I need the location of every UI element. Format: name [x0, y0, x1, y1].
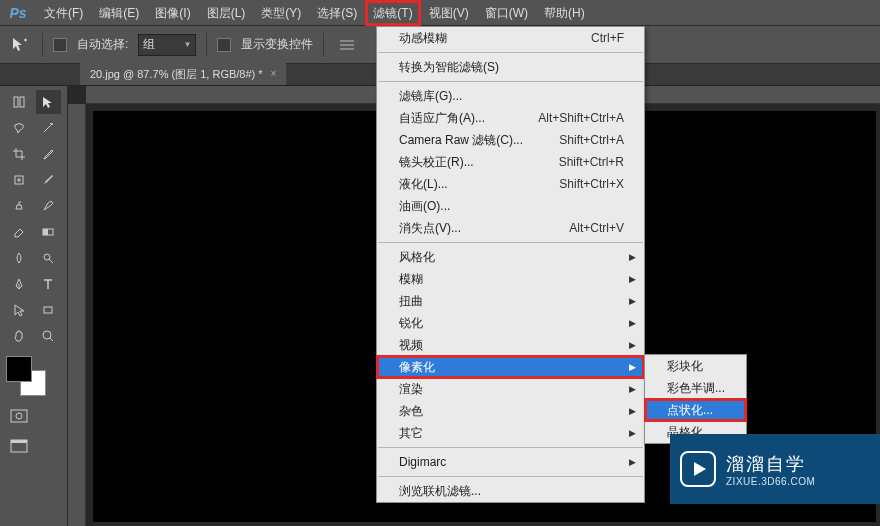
filter-menu-item[interactable]: 像素化▶	[377, 356, 644, 378]
move-tool[interactable]	[6, 90, 32, 114]
close-icon[interactable]: ×	[271, 63, 277, 85]
screen-mode-toggle[interactable]	[6, 436, 32, 456]
path-select-tool[interactable]	[6, 298, 32, 322]
submenu-arrow-icon: ▶	[629, 274, 636, 284]
lasso-tool[interactable]	[6, 116, 32, 140]
menu-item-label: 浏览联机滤镜...	[399, 483, 481, 500]
filter-menu-item[interactable]: 杂色▶	[377, 400, 644, 422]
menu-item-shortcut: Shift+Ctrl+R	[559, 155, 624, 169]
move-tool-arrow[interactable]	[36, 90, 62, 114]
menu-window[interactable]: 窗口(W)	[477, 0, 536, 26]
menu-item-label: Camera Raw 滤镜(C)...	[399, 132, 523, 149]
auto-select-checkbox[interactable]	[53, 38, 67, 52]
crop-tool[interactable]	[6, 142, 32, 166]
pixelate-submenu-item[interactable]: 点状化...	[645, 399, 746, 421]
rectangle-tool[interactable]	[36, 298, 62, 322]
filter-menu-item[interactable]: 其它▶	[377, 422, 644, 444]
menu-view[interactable]: 视图(V)	[421, 0, 477, 26]
menu-filter[interactable]: 滤镜(T)	[365, 0, 420, 26]
svg-rect-1	[340, 44, 354, 46]
auto-select-label: 自动选择:	[77, 36, 128, 53]
svg-rect-15	[11, 440, 27, 443]
submenu-arrow-icon: ▶	[629, 457, 636, 467]
color-swatches[interactable]	[6, 356, 46, 396]
filter-menu-item[interactable]: 消失点(V)...Alt+Ctrl+V	[377, 217, 644, 239]
auto-select-dropdown[interactable]: 组 ▼	[138, 34, 196, 56]
menu-item-label: 滤镜库(G)...	[399, 88, 462, 105]
filter-menu-item[interactable]: 模糊▶	[377, 268, 644, 290]
hand-tool[interactable]	[6, 324, 32, 348]
auto-select-value: 组	[143, 36, 155, 53]
menu-item-label: 消失点(V)...	[399, 220, 461, 237]
filter-menu-item[interactable]: 液化(L)...Shift+Ctrl+X	[377, 173, 644, 195]
svg-rect-0	[340, 40, 354, 42]
filter-menu-item[interactable]: 视频▶	[377, 334, 644, 356]
app-logo: Ps	[0, 0, 36, 26]
healing-brush-tool[interactable]	[6, 168, 32, 192]
zoom-tool[interactable]	[36, 324, 62, 348]
document-tab[interactable]: 20.jpg @ 87.7% (图层 1, RGB/8#) * ×	[80, 63, 286, 85]
menu-select[interactable]: 选择(S)	[309, 0, 365, 26]
menu-layer[interactable]: 图层(L)	[199, 0, 254, 26]
filter-menu: 动感模糊Ctrl+F转换为智能滤镜(S)滤镜库(G)...自适应广角(A)...…	[376, 26, 645, 503]
brush-tool[interactable]	[36, 168, 62, 192]
pixelate-submenu-item[interactable]: 彩色半调...	[645, 377, 746, 399]
menu-help[interactable]: 帮助(H)	[536, 0, 593, 26]
filter-menu-item[interactable]: 锐化▶	[377, 312, 644, 334]
quick-mask-toggle[interactable]	[6, 406, 32, 426]
svg-point-5	[51, 123, 53, 125]
show-transform-checkbox[interactable]	[217, 38, 231, 52]
menu-separator	[378, 476, 643, 477]
filter-menu-item[interactable]: 自适应广角(A)...Alt+Shift+Ctrl+A	[377, 107, 644, 129]
play-icon	[680, 451, 716, 487]
clone-stamp-tool[interactable]	[6, 194, 32, 218]
menu-item-label: 视频	[399, 337, 423, 354]
filter-menu-item[interactable]: 油画(O)...	[377, 195, 644, 217]
watermark-url: ZIXUE.3D66.COM	[726, 476, 815, 487]
filter-menu-item[interactable]: 镜头校正(R)...Shift+Ctrl+R	[377, 151, 644, 173]
submenu-arrow-icon: ▶	[629, 362, 636, 372]
menu-item-label: 点状化...	[667, 402, 713, 419]
align-icon[interactable]	[334, 32, 360, 58]
magic-wand-tool[interactable]	[36, 116, 62, 140]
eyedropper-tool[interactable]	[36, 142, 62, 166]
pixelate-submenu-item[interactable]: 彩块化	[645, 355, 746, 377]
filter-menu-item[interactable]: 扭曲▶	[377, 290, 644, 312]
blur-tool[interactable]	[6, 246, 32, 270]
menu-item-label: 自适应广角(A)...	[399, 110, 485, 127]
filter-menu-item[interactable]: Digimarc▶	[377, 451, 644, 473]
foreground-color-swatch[interactable]	[6, 356, 32, 382]
pen-tool[interactable]	[6, 272, 32, 296]
menu-item-shortcut: Ctrl+F	[591, 31, 624, 45]
menu-item-label: 杂色	[399, 403, 423, 420]
menu-edit[interactable]: 编辑(E)	[91, 0, 147, 26]
menu-item-label: Digimarc	[399, 455, 446, 469]
menu-item-label: 风格化	[399, 249, 435, 266]
document-tab-title: 20.jpg @ 87.7% (图层 1, RGB/8#) *	[90, 63, 263, 85]
filter-menu-item[interactable]: 转换为智能滤镜(S)	[377, 56, 644, 78]
menu-file[interactable]: 文件(F)	[36, 0, 91, 26]
watermark: 溜溜自学 ZIXUE.3D66.COM	[670, 434, 880, 504]
separator	[42, 33, 43, 57]
gradient-tool[interactable]	[36, 220, 62, 244]
type-tool[interactable]	[36, 272, 62, 296]
filter-menu-item[interactable]: 滤镜库(G)...	[377, 85, 644, 107]
filter-menu-item[interactable]: 浏览联机滤镜...	[377, 480, 644, 502]
menu-item-shortcut: Shift+Ctrl+X	[559, 177, 624, 191]
menu-separator	[378, 52, 643, 53]
filter-menu-item[interactable]: Camera Raw 滤镜(C)...Shift+Ctrl+A	[377, 129, 644, 151]
dodge-tool[interactable]	[36, 246, 62, 270]
filter-menu-item[interactable]: 动感模糊Ctrl+F	[377, 27, 644, 49]
history-brush-tool[interactable]	[36, 194, 62, 218]
menu-item-label: 锐化	[399, 315, 423, 332]
menu-item-label: 模糊	[399, 271, 423, 288]
menu-item-label: 其它	[399, 425, 423, 442]
filter-menu-item[interactable]: 渲染▶	[377, 378, 644, 400]
menu-item-label: 动感模糊	[399, 30, 447, 47]
eraser-tool[interactable]	[6, 220, 32, 244]
menu-image[interactable]: 图像(I)	[147, 0, 198, 26]
filter-menu-item[interactable]: 风格化▶	[377, 246, 644, 268]
svg-rect-2	[340, 48, 354, 50]
menu-type[interactable]: 类型(Y)	[253, 0, 309, 26]
watermark-text: 溜溜自学 ZIXUE.3D66.COM	[726, 452, 815, 487]
